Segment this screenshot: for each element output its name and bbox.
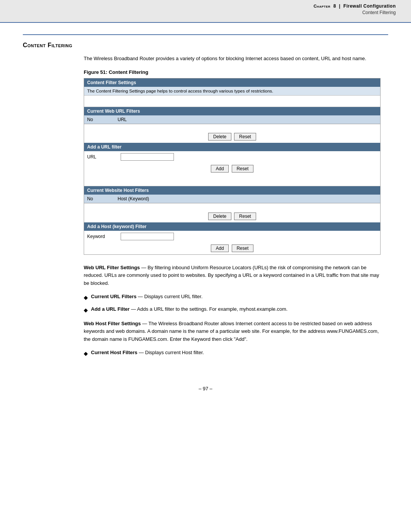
host-filters-table: No Host (Keyword)	[84, 195, 380, 210]
chapter-number: 8	[333, 3, 336, 9]
url-buttons-row: Delete Reset	[84, 131, 380, 143]
bullet-current-url: ◆ Current URL Filters — Displays current…	[84, 293, 381, 302]
host-col-host: Host (Keyword)	[115, 195, 380, 203]
header-section: Firewall Configuration	[343, 3, 396, 9]
host-table-header-row: No Host (Keyword)	[84, 195, 380, 203]
add-host-buttons-row: Add Reset	[84, 242, 380, 254]
header-chapter: Chapter 8 | Firewall Configuration	[314, 3, 396, 10]
desc-host-filter-label: Web Host Filter Settings	[84, 321, 141, 326]
header-subsection: Content Filtering	[314, 10, 396, 16]
host-empty-row	[84, 203, 380, 210]
desc-url-filter-label: Web URL Filter Settings	[84, 265, 140, 270]
bullet-add-url: ◆ Add a URL Filter — Adds a URL filter t…	[84, 305, 381, 314]
desc-host-filter: Web Host Filter Settings — The Wireless …	[84, 320, 381, 343]
page-title: Content Filtering	[23, 42, 388, 49]
url-filters-header: Current Web URL Filters	[84, 107, 380, 115]
add-url-row: URL	[84, 151, 380, 163]
bullet1-content: Current URL Filters — Displays current U…	[91, 293, 202, 301]
figure-label: Figure 51: Content Filtering	[84, 69, 388, 75]
host-delete-button[interactable]: Delete	[208, 212, 231, 220]
url-table-header-row: No URL	[84, 115, 380, 124]
add-url-reset-button[interactable]: Reset	[232, 165, 253, 173]
host-col-no: No	[84, 195, 115, 203]
host-filters-header: Current Website Host Filters	[84, 186, 380, 195]
filter-settings-header: Content Filter Settings	[84, 78, 380, 87]
add-host-reset-button[interactable]: Reset	[232, 244, 253, 252]
bullet-diamond-2: ◆	[84, 306, 88, 314]
header-right: Chapter 8 | Firewall Configuration Conte…	[314, 3, 396, 16]
bullet3-label: Current Host Filters	[91, 350, 137, 355]
chapter-label: Chapter	[314, 4, 330, 8]
add-host-add-button[interactable]: Add	[211, 244, 229, 252]
bullet-current-host: ◆ Current Host Filters — Displays curren…	[84, 349, 381, 358]
top-rule	[23, 34, 388, 35]
intro-text: The Wireless Broadband Router provides a…	[84, 55, 388, 62]
page-footer: – 97 –	[0, 378, 411, 399]
url-col-no: No	[84, 115, 115, 124]
header-separator: |	[339, 3, 341, 9]
add-host-input[interactable]	[121, 233, 174, 240]
filter-settings-info: The Content Filtering Settings page help…	[84, 87, 380, 96]
bullet1-label: Current URL Filters	[91, 294, 137, 299]
filter-spacer-2	[84, 175, 380, 186]
page-content: Content Filtering The Wireless Broadband…	[0, 23, 411, 378]
bullet2-content: Add a URL Filter — Adds a URL filter to …	[91, 305, 288, 313]
url-delete-button[interactable]: Delete	[208, 133, 231, 141]
add-url-header: Add a URL filter	[84, 143, 380, 151]
add-url-input[interactable]	[121, 153, 174, 161]
add-url-add-button[interactable]: Add	[211, 165, 229, 173]
url-filters-table: No URL	[84, 115, 380, 131]
content-filter-box: Content Filter Settings The Content Filt…	[84, 78, 381, 255]
bullet-diamond-3: ◆	[84, 349, 88, 358]
bullet3-content: Current Host Filters — Displays current …	[91, 349, 204, 357]
bullet-diamond-1: ◆	[84, 293, 88, 302]
host-buttons-row: Delete Reset	[84, 210, 380, 222]
add-host-row: Keyword	[84, 231, 380, 242]
host-reset-button[interactable]: Reset	[234, 212, 256, 220]
page-header: Chapter 8 | Firewall Configuration Conte…	[0, 0, 411, 23]
page-number: – 97 –	[199, 386, 212, 391]
bullet3-text: — Displays current Host filter.	[137, 350, 204, 355]
add-url-buttons-row: Add Reset	[84, 163, 380, 175]
host-filter-bullets: ◆ Current Host Filters — Displays curren…	[84, 349, 381, 358]
url-empty-row	[84, 124, 380, 131]
desc-url-filter: Web URL Filter Settings — By filtering i…	[84, 264, 381, 288]
bullet2-text: — Adds a URL filter to the settings. For…	[130, 306, 288, 312]
add-host-header: Add a Host (keyword) Filter	[84, 222, 380, 231]
add-url-label: URL	[87, 154, 118, 160]
bullet2-label: Add a URL Filter	[91, 306, 130, 312]
url-filter-bullets: ◆ Current URL Filters — Displays current…	[84, 293, 381, 315]
url-reset-button[interactable]: Reset	[234, 133, 256, 141]
bullet1-text: — Displays current URL filter.	[137, 294, 203, 299]
url-col-url: URL	[115, 115, 380, 124]
filter-spacer-1	[84, 96, 380, 107]
add-host-label: Keyword	[87, 234, 118, 239]
